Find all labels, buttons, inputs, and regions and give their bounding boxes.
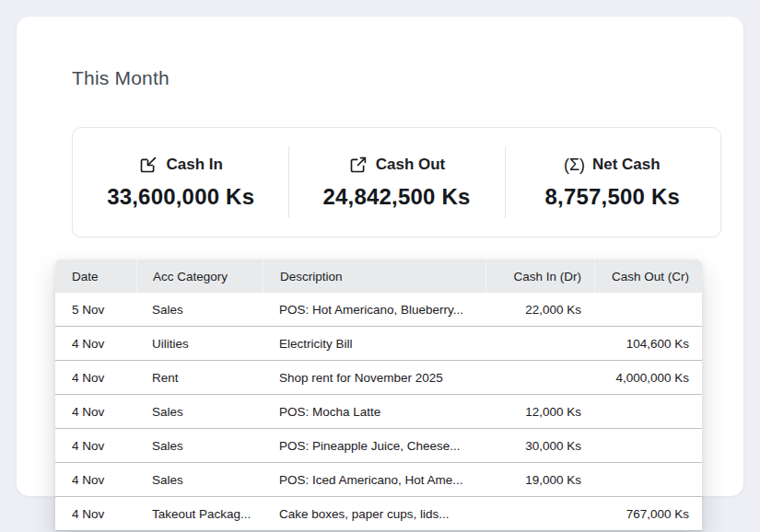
cash-out-icon — [348, 156, 368, 175]
cash-out-label: Cash Out — [376, 156, 446, 174]
cell-date: 5 Nov — [55, 303, 136, 317]
page: This Month Cash In 33,600,000 Ks — [0, 0, 760, 532]
transactions-table: Date Acc Category Description Cash In (D… — [55, 260, 702, 531]
table-row[interactable]: 4 Nov Rent Shop rent for November 2025 4… — [55, 361, 702, 395]
cash-summary-card: Cash In 33,600,000 Ks Cash Out 24,842,5 — [72, 127, 721, 237]
cell-cash-in: 19,000 Ks — [485, 473, 594, 487]
cell-category: Rent — [136, 371, 263, 385]
cell-cash-out: 4,000,000 Ks — [594, 371, 702, 385]
cell-date: 4 Nov — [55, 405, 136, 419]
summary-cash-out: Cash Out 24,842,500 Ks — [288, 128, 504, 237]
summary-net-cash-header: (Σ) Net Cash — [565, 156, 661, 175]
cell-description: Cake boxes, paper cups, lids... — [263, 507, 485, 521]
cell-category: Sales — [136, 405, 263, 419]
cell-date: 4 Nov — [55, 439, 136, 453]
cell-date: 4 Nov — [55, 507, 136, 521]
cell-description: POS: Iced Americano, Hot Ame... — [263, 473, 485, 487]
cell-category: Sales — [136, 439, 263, 453]
column-header-cash-in: Cash In (Dr) — [485, 260, 594, 293]
column-header-date: Date — [55, 260, 136, 293]
cell-date: 4 Nov — [55, 473, 136, 487]
cell-description: Shop rent for November 2025 — [263, 371, 485, 385]
page-title: This Month — [72, 67, 170, 89]
cell-cash-out: 767,000 Ks — [594, 507, 702, 521]
column-header-cash-out: Cash Out (Cr) — [594, 260, 702, 293]
summary-net-cash: (Σ) Net Cash 8,757,500 Ks — [505, 128, 720, 237]
cash-in-value: 33,600,000 Ks — [107, 184, 254, 210]
cell-cash-in: 12,000 Ks — [485, 405, 594, 419]
net-cash-value: 8,757,500 Ks — [545, 184, 681, 210]
table-row[interactable]: 4 Nov Takeout Packag... Cake boxes, pape… — [55, 497, 702, 531]
cash-in-label: Cash In — [166, 156, 222, 174]
summary-cash-in-header: Cash In — [138, 156, 222, 175]
table-header-row: Date Acc Category Description Cash In (D… — [55, 260, 702, 293]
summary-cash-out-header: Cash Out — [348, 156, 446, 175]
summary-cash-in: Cash In 33,600,000 Ks — [73, 128, 288, 237]
cell-date: 4 Nov — [55, 337, 136, 351]
cash-out-value: 24,842,500 Ks — [322, 184, 470, 210]
table-row[interactable]: 4 Nov Sales POS: Mocha Latte 12,000 Ks — [55, 395, 702, 429]
table-row[interactable]: 4 Nov Sales POS: Iced Americano, Hot Ame… — [55, 463, 702, 497]
table-row[interactable]: 4 Nov Uilities Electricity Bill 104,600 … — [55, 327, 702, 361]
cell-description: Electricity Bill — [263, 337, 485, 351]
cell-cash-out: 104,600 Ks — [594, 337, 702, 351]
table-body: 5 Nov Sales POS: Hot Americano, Blueberr… — [55, 293, 702, 531]
table-row[interactable]: 5 Nov Sales POS: Hot Americano, Blueberr… — [55, 293, 702, 327]
cash-in-icon — [138, 156, 158, 175]
cell-category: Uilities — [136, 337, 263, 351]
net-cash-label: Net Cash — [592, 156, 661, 174]
cell-category: Sales — [136, 303, 263, 317]
column-header-acc-category: Acc Category — [136, 260, 263, 293]
cell-category: Sales — [136, 473, 263, 487]
cell-description: POS: Hot Americano, Blueberry... — [263, 303, 485, 317]
sigma-icon: (Σ) — [565, 156, 584, 175]
cell-cash-in: 30,000 Ks — [485, 439, 594, 453]
cell-description: POS: Mocha Latte — [263, 405, 485, 419]
table-row[interactable]: 4 Nov Sales POS: Pineapple Juice, Cheese… — [55, 429, 702, 463]
cell-cash-in: 22,000 Ks — [485, 303, 594, 317]
cell-category: Takeout Packag... — [136, 507, 263, 521]
column-header-description: Description — [263, 260, 485, 293]
cell-description: POS: Pineapple Juice, Cheese... — [263, 439, 485, 453]
cell-date: 4 Nov — [55, 371, 136, 385]
